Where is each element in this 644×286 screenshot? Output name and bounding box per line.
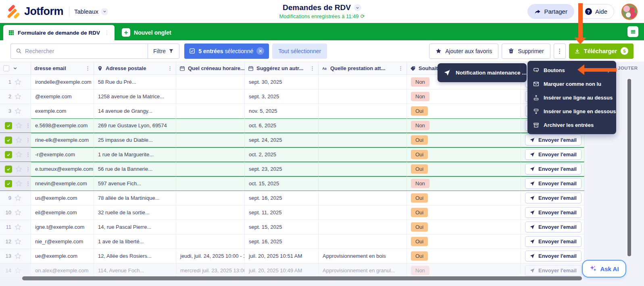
cell-boutons[interactable]: Envoyer l'email [521,234,584,249]
cell-souhaitez[interactable]: Oui [407,191,521,205]
star-icon[interactable] [15,166,22,172]
cell-souhaitez[interactable]: Non [407,89,521,104]
cell-suggerez[interactable]: sept. 16, 2025 [245,234,319,249]
cell-creneau[interactable] [176,205,245,220]
cell-prestation[interactable] [319,147,407,162]
tab-kebab-icon[interactable]: ⋮ [103,30,110,35]
cell-postale[interactable]: 1258 avenue de la Matrice... [94,89,176,104]
cell-boutons[interactable]: Envoyer l'email [521,263,584,278]
cell-suggerez[interactable]: sept. 16, 2025 [245,191,319,205]
cell-email[interactable]: irondelle@exemple.com [31,75,94,89]
cell-prestation[interactable] [319,89,407,104]
cell-email[interactable]: nnevin@exemple.com [31,176,94,191]
row-kebab-icon[interactable]: ⋮ [25,122,31,128]
cell-email[interactable]: igne.t@exemple.com [31,220,94,234]
cell-postale[interactable]: 32 ruelle de la sortie... [94,205,176,220]
cell-suggerez[interactable]: oct. 15, 2025 [245,176,319,191]
cell-postale[interactable]: 14, rue Pascal Pierre... [94,220,176,234]
cell-prestation[interactable] [319,205,407,220]
cell-prestation[interactable] [319,75,407,89]
cell-postale[interactable]: 1 ave de la liberté... [94,234,176,249]
cell-suggerez[interactable]: sept. 23, 2025 [245,162,319,176]
cell-postale[interactable]: 597 avenue Fich... [94,176,176,191]
cell-creneau[interactable] [176,220,245,234]
row-checkbox-checked[interactable] [5,166,12,173]
cell-souhaitez[interactable]: Oui [407,147,521,162]
cell-postale[interactable]: 12, Allée des Rosiers... [94,249,176,263]
add-to-favorites-button[interactable]: Ajouter aux favoris [429,44,498,59]
cell-suggerez[interactable]: juil. 20, 2025 10:51 AM [245,249,319,263]
cell-postale[interactable]: 58 Rue du Pré... [94,75,176,89]
cell-suggerez[interactable]: sept. 11, 2025 [245,205,319,220]
cell-email[interactable]: ue@exemple.com [31,249,94,263]
cell-creneau[interactable] [176,147,245,162]
cell-email[interactable]: e.tumeux@exemple.com [31,162,94,176]
cell-creneau[interactable] [176,234,245,249]
cell-prestation[interactable] [319,191,407,205]
cell-creneau[interactable]: mercredi juil. 23, 2025 13:00 [176,263,245,278]
cell-email[interactable]: us@exemple.com [31,191,94,205]
column-header-creneau[interactable]: Quel créneau horaire...⋮ [176,62,245,75]
column-kebab-icon[interactable]: ⋮ [310,65,315,71]
star-icon[interactable] [15,93,21,100]
add-column-label[interactable]: JOUTER [618,66,638,70]
cell-postale[interactable]: 14 avenue de Grangy... [94,104,176,118]
column-header-suggerez[interactable]: Suggérez un autr...⋮ [245,62,319,75]
row-checkbox-checked[interactable] [5,180,12,187]
send-email-button[interactable]: Envoyer l'email [525,164,581,174]
cell-suggerez[interactable]: nov. 5, 2025 [245,104,319,118]
cell-email[interactable]: @exemple.com [31,89,94,104]
avatar[interactable] [621,4,638,20]
cell-boutons[interactable]: Envoyer l'email [521,147,584,162]
cell-postale[interactable]: 114, Avenue Foch... [94,263,176,278]
cell-email[interactable]: -r@exemple.com [31,147,94,162]
brand[interactable]: Jotform [6,5,63,19]
row-kebab-icon[interactable]: ⋮ [25,151,31,158]
search-input[interactable] [25,48,143,54]
cell-boutons[interactable]: Envoyer l'email [521,205,584,220]
cell-creneau[interactable] [176,104,245,118]
cell-prestation[interactable] [319,118,407,133]
star-icon[interactable] [15,180,22,187]
help-button[interactable]: ? Aide [578,4,614,19]
column-header-prestation[interactable]: AaQuelle prestation att...⋮ [319,62,407,75]
delete-button[interactable]: Supprimer [502,44,550,59]
send-email-button[interactable]: Envoyer l'email [525,193,581,203]
horizontal-scrollbar[interactable] [22,276,582,280]
cell-suggerez[interactable]: oct. 6, 2025 [245,118,319,133]
share-button[interactable]: Partager [527,4,574,19]
cell-suggerez[interactable]: sept. 24, 2025 [245,133,319,147]
cell-postale[interactable]: 78 allée de la Martinique... [94,191,176,205]
menu-item-marquer-comme-non-lu[interactable]: Marquer comme non lu [527,77,616,91]
vertical-scrollbar[interactable] [627,79,631,256]
cell-souhaitez[interactable]: Oui [407,234,521,249]
cell-souhaitez[interactable]: Non [407,263,521,278]
close-icon[interactable]: ✕ [256,47,264,55]
send-email-button[interactable]: Envoyer l'email [525,178,581,189]
star-icon[interactable] [15,238,21,245]
menu-item-archiver-les-entr-es[interactable]: Archiver les entrées [527,118,616,132]
new-tab-button[interactable]: + Nouvel onglet [122,28,171,37]
send-email-button[interactable]: Envoyer l'email [525,135,581,145]
row-checkbox-checked[interactable] [5,122,12,129]
cell-creneau[interactable] [176,133,245,147]
title-chevron-down-icon[interactable] [354,4,361,11]
cell-boutons[interactable]: Envoyer l'email [521,162,584,176]
star-icon[interactable] [15,151,22,158]
star-icon[interactable] [15,108,21,114]
star-icon[interactable] [15,122,22,129]
send-email-button[interactable]: Envoyer l'email [525,149,581,160]
cell-email[interactable]: e.5698@exemple.com [31,118,94,133]
send-email-button[interactable]: Envoyer l'email [525,251,581,261]
cell-boutons[interactable]: Envoyer l'email [521,133,584,147]
header-checkbox[interactable] [3,65,9,71]
row-checkbox-checked[interactable] [5,151,12,158]
menu-item-boutons[interactable]: Boutons [527,63,616,77]
cell-souhaitez[interactable]: Oui [407,249,521,263]
selected-entries-chip[interactable]: 5 entrées sélectionné ✕ [184,44,269,59]
row-kebab-icon[interactable]: ⋮ [25,180,31,187]
cell-creneau[interactable] [176,89,245,104]
cell-boutons[interactable]: Envoyer l'email [521,249,584,263]
cell-boutons[interactable]: Envoyer l'email [521,191,584,205]
cell-souhaitez[interactable]: Non [407,118,521,133]
